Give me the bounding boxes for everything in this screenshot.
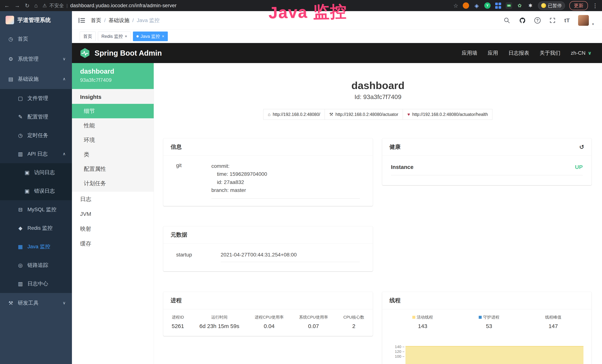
warning-icon: ⚠ — [43, 3, 47, 9]
sidebar-item-mysql-monitor[interactable]: ⊟ MySQL 监控 — [0, 200, 72, 219]
user-avatar[interactable] — [578, 15, 589, 26]
home-icon: ⌂ — [268, 112, 271, 117]
info-row-value: commit: time: 1596289704000 id: 27aa832 … — [211, 162, 360, 199]
extension-green-icon[interactable]: Y — [484, 2, 491, 9]
sba-menu-details[interactable]: 细节 — [72, 104, 154, 118]
paused-badge[interactable]: 已暂停 — [538, 1, 565, 10]
browser-update-button[interactable]: 更新 — [569, 1, 588, 10]
sidebar-item-java-monitor[interactable]: ▦ Java 监控 — [0, 237, 72, 256]
breadcrumb-current: Java 监控 — [137, 17, 160, 24]
sidebar-item-cron-jobs[interactable]: ◷ 定时任务 — [0, 126, 72, 145]
avatar-caret-icon: ▾ — [592, 22, 594, 26]
extension-grid-icon[interactable] — [495, 2, 501, 9]
chevron-down-icon: ∨ — [588, 50, 592, 56]
sba-header: Spring Boot Admin 应用墙 应用 日志报表 关于我们 zh-CN… — [72, 43, 602, 63]
chevron-up-icon: ∧ — [63, 151, 66, 156]
sba-content: dashboard Id: 93a3fc7f7409 ⌂ http://192.… — [154, 63, 602, 364]
tab-redis-monitor[interactable]: Redis 监控 × — [98, 32, 131, 41]
extension-switch-icon[interactable]: on — [506, 2, 512, 9]
sba-menu-caches[interactable]: 缓存 — [72, 236, 154, 251]
sidebar-item-error-logs[interactable]: ▣ 错误日志 — [0, 182, 72, 200]
service-url-button[interactable]: ⌂ http://192.168.0.2:48080/ — [263, 109, 325, 120]
extension-orange-icon[interactable] — [463, 2, 469, 9]
sidebar-item-file-mgmt[interactable]: ▢ 文件管理 — [0, 89, 72, 107]
admin-sidebar: 芋道管理系统 ◷ 首页 ⚙ 系统管理 ∨ ▤ 基础设施 ∧ ▢ 文件管理 ✎ 配… — [0, 11, 72, 364]
sidebar-toggle-icon[interactable] — [78, 17, 85, 23]
tab-home[interactable]: 首页 — [80, 32, 96, 41]
address-divider: | — [66, 3, 68, 8]
sba-menu-beans[interactable]: 类 — [72, 147, 154, 162]
sba-nav-wallboard[interactable]: 应用墙 — [462, 50, 477, 57]
breadcrumb-infrastructure[interactable]: 基础设施 — [109, 17, 129, 24]
home-icon[interactable]: ⌂ — [34, 2, 38, 9]
bookmark-star-icon[interactable]: ☆ — [453, 2, 458, 9]
app-title: 芋道管理系统 — [17, 16, 51, 24]
sba-menu-group-insights[interactable]: Insights — [72, 89, 154, 104]
fullscreen-icon[interactable] — [549, 17, 556, 24]
browser-menu-icon[interactable]: ⋮ — [592, 2, 598, 9]
stat-system-cpu: 系统CPU使用率 0.07 — [299, 314, 328, 329]
sidebar-item-log-center[interactable]: ▥ 日志中心 — [0, 274, 72, 293]
health-url-button[interactable]: ♥ http://192.168.0.2:48080/actuator/heal… — [403, 109, 493, 120]
threads-card-title: 线程 — [382, 292, 592, 309]
forward-icon[interactable]: → — [14, 2, 20, 9]
sidebar-item-home[interactable]: ◷ 首页 — [0, 29, 72, 49]
sidebar-item-trace[interactable]: ◎ 链路追踪 — [0, 256, 72, 274]
search-icon[interactable] — [503, 17, 511, 24]
app-header: 首页 / 基础设施 / Java 监控 ? tT ▾ — [72, 11, 602, 30]
stat-uptime: 运行时间 6d 23h 15m 59s — [200, 314, 239, 329]
sba-menu-metrics[interactable]: 性能 — [72, 118, 154, 133]
sba-menu-config-props[interactable]: 配置属性 — [72, 162, 154, 176]
y-tick-120: 120 — [389, 349, 401, 354]
font-size-icon[interactable]: tT — [564, 17, 570, 23]
help-icon[interactable]: ? — [534, 17, 541, 23]
extension-leaf-icon[interactable]: ✿ — [516, 2, 523, 9]
breadcrumb-home[interactable]: 首页 — [91, 17, 101, 24]
sidebar-item-system-mgmt[interactable]: ⚙ 系统管理 ∨ — [0, 49, 72, 69]
access-log-icon: ▣ — [24, 170, 30, 176]
sba-brand-title[interactable]: Spring Boot Admin — [95, 49, 162, 57]
chevron-down-icon: ∨ — [63, 300, 66, 305]
sba-nav-applications[interactable]: 应用 — [488, 50, 498, 57]
actuator-url-button[interactable]: ⚒ http://192.168.0.2:48080/actuator — [325, 109, 403, 120]
sba-menu-environment[interactable]: 环境 — [72, 133, 154, 147]
logo-avatar — [6, 16, 14, 24]
history-icon[interactable]: ↺ — [579, 143, 584, 150]
close-icon[interactable]: × — [125, 34, 127, 39]
edit-icon: ✎ — [17, 114, 24, 120]
reload-icon[interactable]: ↻ — [25, 2, 30, 9]
sba-menu-mappings[interactable]: 映射 — [72, 221, 154, 236]
sba-nav-about[interactable]: 关于我们 — [540, 50, 560, 57]
info-card: 信息 git commit: time: 1596289704000 id: 2… — [163, 138, 373, 206]
github-icon[interactable] — [519, 17, 526, 24]
extension-drop-icon[interactable]: ◈ — [473, 2, 480, 9]
dashboard-icon: ◷ — [7, 36, 14, 42]
sidebar-item-api-logs[interactable]: ▥ API 日志 ∧ — [0, 145, 72, 163]
sidebar-item-access-logs[interactable]: ▣ 访问日志 — [0, 163, 72, 182]
smiley-icon — [541, 3, 546, 8]
java-monitor-icon: ▦ — [17, 244, 24, 250]
log-icon: ▥ — [17, 151, 24, 157]
back-icon[interactable]: ← — [4, 2, 10, 9]
sba-menu-scheduled-tasks[interactable]: 计划任务 — [72, 176, 154, 191]
app-logo[interactable]: 芋道管理系统 — [0, 11, 72, 29]
sba-menu-jvm[interactable]: JVM — [72, 207, 154, 221]
close-icon[interactable]: × — [162, 34, 164, 39]
sba-nav-journal[interactable]: 日志报表 — [509, 50, 529, 57]
trace-icon: ◎ — [17, 262, 24, 268]
language-selector[interactable]: zh-CN ∨ — [571, 50, 592, 56]
error-log-icon: ▣ — [24, 188, 30, 194]
sidebar-item-redis-monitor[interactable]: ◆ Redis 监控 — [0, 219, 72, 237]
tab-java-monitor[interactable]: Java 监控 × — [133, 32, 168, 41]
redis-icon: ◆ — [17, 225, 24, 231]
sidebar-item-infrastructure[interactable]: ▤ 基础设施 ∧ — [0, 69, 72, 89]
stat-cpu-cores: CPU核心数 2 — [343, 314, 364, 329]
sba-menu-logs[interactable]: 日志 — [72, 192, 154, 207]
sidebar-item-dev-tools[interactable]: ⚒ 研发工具 ∨ — [0, 293, 72, 313]
address-bar[interactable]: ⚠ 不安全 | dashboard.yudao.iocoder.cn/infra… — [43, 2, 176, 9]
sidebar-item-config-mgmt[interactable]: ✎ 配置管理 — [0, 107, 72, 126]
wrench-icon: ⚒ — [329, 112, 333, 117]
threads-card: 线程 活动线程 143 守护进程 53 — [382, 292, 592, 364]
extension-puzzle-icon[interactable]: ✱ — [527, 2, 534, 9]
instance-id: 93a3fc7f7409 — [80, 77, 154, 83]
